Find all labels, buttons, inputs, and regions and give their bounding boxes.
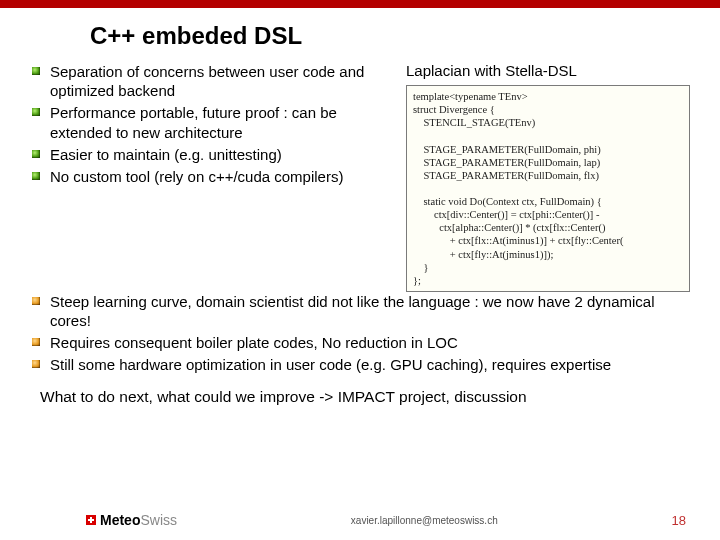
footer: MeteoSwiss xavier.lapillonne@meteoswiss.… (0, 512, 720, 528)
page-number: 18 (672, 513, 686, 528)
meteoswiss-logo: MeteoSwiss (86, 512, 177, 528)
footer-email: xavier.lapillonne@meteoswiss.ch (351, 515, 498, 526)
content-area: Separation of concerns between user code… (0, 62, 720, 407)
closing-text: What to do next, what could we improve -… (40, 387, 680, 407)
top-row: Separation of concerns between user code… (30, 62, 690, 292)
pros-list: Separation of concerns between user code… (30, 62, 400, 186)
accent-bar (0, 0, 720, 8)
cons-list: Steep learning curve, domain scientist d… (30, 292, 690, 375)
list-item: Easier to maintain (e.g. unittesting) (30, 145, 400, 164)
list-item: Performance portable, future proof : can… (30, 103, 400, 141)
logo-text-swiss: Swiss (140, 512, 177, 528)
swiss-cross-icon (86, 515, 96, 525)
code-column: Laplacian with Stella-DSL template<typen… (400, 62, 690, 292)
list-item: Requires consequent boiler plate codes, … (30, 333, 690, 352)
slide-title: C++ embeded DSL (90, 22, 720, 50)
list-item: Still some hardware optimization in user… (30, 355, 690, 374)
list-item: Separation of concerns between user code… (30, 62, 400, 100)
list-item: Steep learning curve, domain scientist d… (30, 292, 690, 330)
pros-column: Separation of concerns between user code… (30, 62, 400, 196)
code-listing: template<typename TEnv> struct Divergenc… (406, 85, 690, 292)
list-item: No custom tool (rely on c++/cuda compile… (30, 167, 400, 186)
logo-text-meteo: Meteo (100, 512, 140, 528)
code-label: Laplacian with Stella-DSL (406, 62, 690, 79)
